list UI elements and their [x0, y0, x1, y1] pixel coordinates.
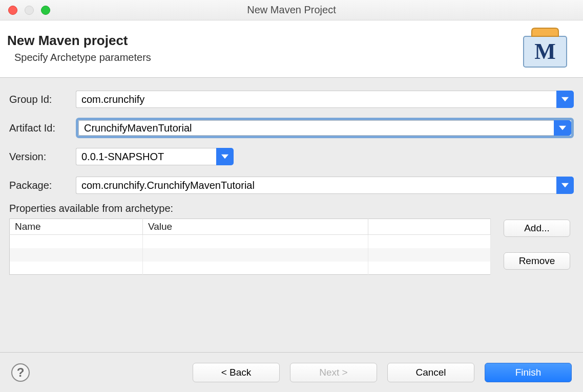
titlebar: New Maven Project: [0, 0, 583, 20]
window-title: New Maven Project: [0, 4, 583, 16]
package-combo: [76, 177, 574, 194]
version-dropdown-button[interactable]: [216, 148, 234, 165]
chevron-down-icon: [561, 96, 569, 103]
wizard-form: Group Id: Artifact Id: Version: Package:: [0, 78, 583, 341]
artifact-id-label: Artifact Id:: [9, 122, 76, 134]
properties-section: Name Value Add... Remove: [9, 219, 574, 275]
remove-property-button[interactable]: Remove: [504, 252, 570, 270]
version-combo: [76, 148, 234, 165]
help-button[interactable]: ?: [11, 363, 30, 382]
row-version: Version:: [9, 145, 574, 168]
wizard-banner: New Maven project Specify Archetype para…: [0, 20, 583, 78]
col-spacer: [368, 219, 491, 235]
wizard-subheading: Specify Archetype parameters: [14, 52, 151, 63]
version-label: Version:: [9, 151, 76, 163]
group-id-label: Group Id:: [9, 94, 76, 105]
row-package: Package:: [9, 174, 574, 197]
back-button[interactable]: < Back: [193, 363, 280, 382]
table-row[interactable]: [10, 262, 491, 275]
artifact-id-combo: [76, 118, 574, 138]
properties-table[interactable]: Name Value: [9, 219, 491, 275]
wizard-heading: New Maven project: [7, 33, 151, 49]
help-icon: ?: [17, 365, 25, 380]
col-name[interactable]: Name: [10, 219, 143, 235]
maven-icon: M: [522, 27, 569, 69]
package-label: Package:: [9, 180, 76, 191]
properties-section-label: Properties available from archetype:: [9, 203, 574, 214]
svg-text:M: M: [534, 39, 556, 64]
cancel-button[interactable]: Cancel: [387, 363, 474, 382]
chevron-down-icon: [559, 124, 566, 132]
group-id-combo: [76, 91, 574, 108]
package-input[interactable]: [76, 177, 556, 194]
wizard-footer: ? < Back Next > Cancel Finish: [0, 352, 583, 392]
table-header-row: Name Value: [10, 219, 491, 235]
next-button: Next >: [290, 363, 377, 382]
artifact-id-dropdown-button[interactable]: [554, 120, 571, 136]
table-row[interactable]: [10, 235, 491, 248]
add-property-button[interactable]: Add...: [504, 220, 570, 237]
version-input[interactable]: [76, 148, 216, 165]
row-artifact-id: Artifact Id:: [9, 117, 574, 139]
chevron-down-icon: [221, 153, 228, 160]
finish-button[interactable]: Finish: [485, 363, 572, 382]
col-value[interactable]: Value: [143, 219, 368, 235]
row-group-id: Group Id:: [9, 88, 574, 111]
artifact-id-input[interactable]: [78, 120, 554, 136]
package-dropdown-button[interactable]: [556, 177, 574, 194]
group-id-dropdown-button[interactable]: [556, 91, 574, 108]
group-id-input[interactable]: [76, 91, 556, 108]
chevron-down-icon: [561, 182, 569, 189]
properties-side-buttons: Add... Remove: [504, 220, 570, 270]
table-row[interactable]: [10, 248, 491, 262]
